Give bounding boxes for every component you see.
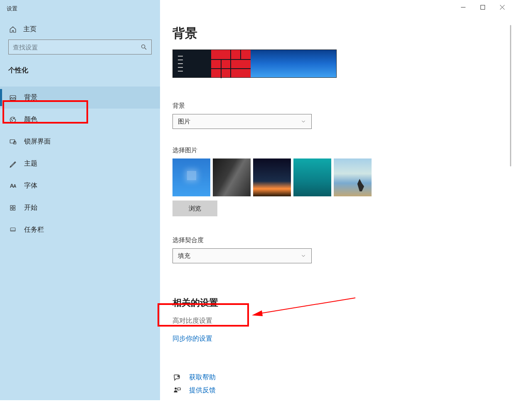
minimize-button[interactable] [453, 0, 473, 14]
high-contrast-link[interactable]: 高对比度设置 [172, 317, 500, 325]
svg-line-3 [145, 48, 146, 50]
chevron-down-icon [300, 253, 306, 259]
get-help-link[interactable]: 获取帮助 [189, 373, 216, 382]
sidebar-item-background[interactable]: 背景 [0, 87, 160, 109]
svg-point-6 [12, 120, 13, 121]
thumbnail-1[interactable] [172, 158, 210, 196]
picture-icon [9, 94, 17, 102]
help-icon: ? [172, 374, 182, 382]
search-input[interactable] [13, 44, 140, 51]
sidebar-item-fonts[interactable]: AA 字体 [0, 175, 160, 197]
palette-icon [9, 116, 17, 124]
home-icon [9, 26, 17, 33]
choose-image-label: 选择图片 [172, 146, 500, 154]
dropdown-value: 填充 [178, 252, 190, 260]
theme-icon [9, 160, 17, 168]
sidebar-item-label: 背景 [24, 93, 37, 102]
svg-rect-10 [10, 206, 12, 208]
sidebar-item-label: 主题 [24, 159, 37, 168]
sidebar-item-colors[interactable]: 颜色 [0, 109, 160, 131]
sidebar-nav: 背景 颜色 锁屏界面 主题 AA 字体 [0, 87, 160, 241]
sidebar: 设置 主页 个性化 背景 颜色 [0, 0, 160, 400]
dropdown-value: 图片 [178, 118, 190, 126]
sidebar-item-taskbar[interactable]: 任务栏 [0, 219, 160, 241]
search-input-wrap[interactable] [8, 40, 152, 54]
background-mode-label: 背景 [172, 102, 500, 110]
start-icon [9, 204, 17, 212]
background-mode-dropdown[interactable]: 图片 [172, 114, 312, 129]
thumbnail-3[interactable] [253, 158, 291, 196]
svg-rect-17 [481, 5, 485, 9]
svg-point-5 [11, 119, 12, 119]
font-icon: AA [9, 182, 17, 190]
maximize-button[interactable] [473, 0, 493, 14]
page-title: 背景 [172, 25, 500, 42]
window-title: 设置 [0, 0, 160, 21]
browse-button[interactable]: 浏览 [172, 201, 217, 216]
svg-rect-11 [13, 206, 15, 208]
background-preview [172, 50, 337, 78]
thumbnail-4[interactable] [293, 158, 331, 196]
sidebar-home-label: 主页 [23, 25, 37, 34]
svg-rect-4 [10, 95, 16, 100]
svg-rect-14 [10, 228, 15, 231]
sidebar-item-lockscreen[interactable]: 锁屏界面 [0, 131, 160, 153]
chevron-down-icon [300, 119, 306, 124]
feedback-icon [172, 386, 182, 395]
sidebar-item-label: 任务栏 [24, 225, 44, 234]
thumbnail-5[interactable] [334, 158, 372, 196]
close-button[interactable] [493, 0, 512, 14]
related-settings-title: 相关的设置 [172, 297, 500, 309]
main-content: 背景 背景 图片 选择图片 浏览 选择契合度 填充 [160, 0, 512, 400]
fit-label: 选择契合度 [172, 236, 500, 244]
sidebar-home[interactable]: 主页 [0, 21, 160, 40]
lock-screen-icon [9, 138, 17, 146]
svg-point-7 [13, 118, 14, 119]
svg-point-2 [142, 45, 145, 48]
svg-point-22 [175, 387, 177, 389]
sidebar-item-label: 颜色 [24, 115, 37, 124]
sync-settings-link[interactable]: 同步你的设置 [172, 334, 500, 343]
taskbar-icon [9, 226, 17, 234]
sidebar-item-themes[interactable]: 主题 [0, 153, 160, 175]
image-thumbnails [172, 158, 500, 196]
sidebar-group-label: 个性化 [0, 62, 160, 87]
sidebar-item-label: 字体 [24, 181, 37, 190]
fit-dropdown[interactable]: 填充 [172, 248, 312, 263]
give-feedback-link[interactable]: 提供反馈 [189, 386, 216, 395]
search-icon [140, 44, 147, 50]
titlebar-controls [453, 0, 512, 14]
svg-rect-13 [13, 208, 15, 210]
sidebar-item-start[interactable]: 开始 [0, 197, 160, 219]
scrollbar[interactable] [510, 25, 511, 166]
sidebar-item-label: 锁屏界面 [24, 137, 51, 146]
thumbnail-2[interactable] [213, 158, 251, 196]
svg-rect-23 [177, 388, 181, 390]
svg-rect-12 [10, 208, 12, 210]
sidebar-item-label: 开始 [24, 203, 37, 212]
